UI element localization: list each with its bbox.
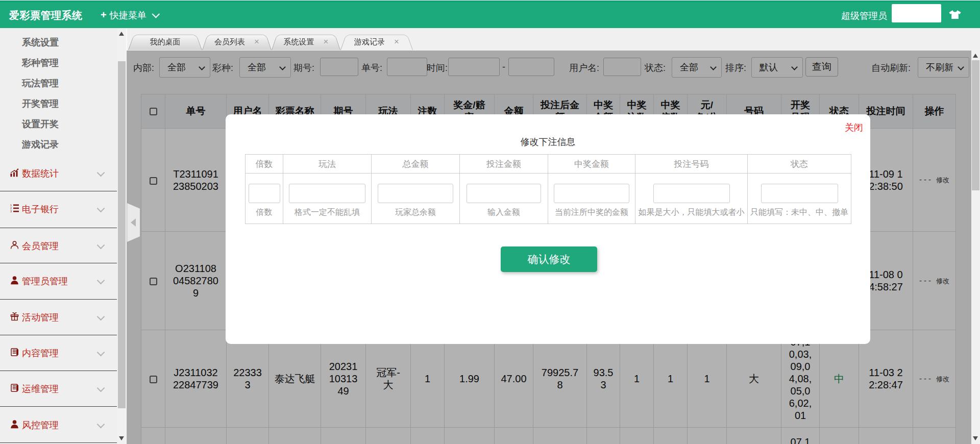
svg-text:1: 1	[10, 204, 12, 207]
svg-text:2: 2	[10, 207, 12, 210]
svg-text:3: 3	[10, 210, 12, 212]
